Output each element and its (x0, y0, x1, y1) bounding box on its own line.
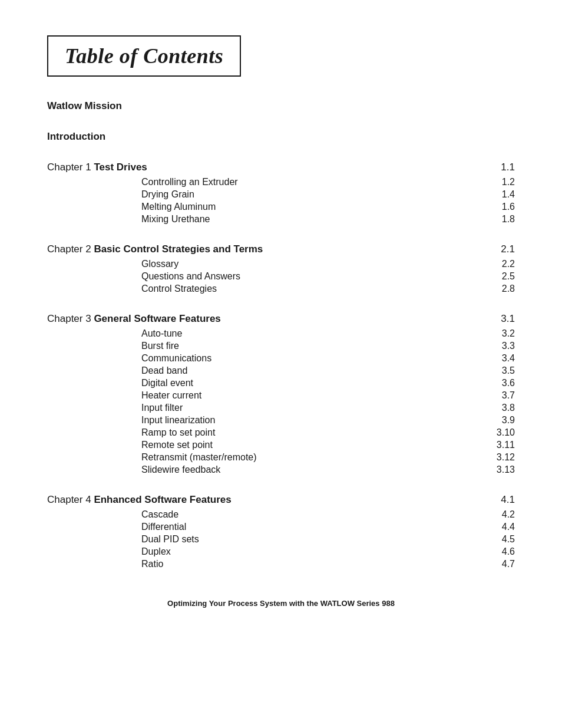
sub-item-label: Control Strategies (141, 284, 217, 294)
sub-item-page: 3.11 (491, 440, 515, 450)
sub-item-label: Glossary (141, 259, 178, 269)
sub-item-page: 3.5 (491, 365, 515, 376)
chapter-section-1: Chapter 1 Test Drives1.1Controlling an E… (47, 162, 515, 225)
list-item: Differential4.4 (141, 522, 515, 532)
chapter-page-3: 3.1 (491, 313, 515, 325)
chapter-section-4: Chapter 4 Enhanced Software Features4.1C… (47, 494, 515, 569)
chapter-section-3: Chapter 3 General Software Features3.1Au… (47, 313, 515, 475)
sub-item-page: 3.6 (491, 378, 515, 388)
chapter-word: Chapter 2 (47, 243, 94, 255)
chapter-page-2: 2.1 (491, 243, 515, 255)
sub-item-page: 4.7 (491, 559, 515, 569)
standalone-section: Watlow Mission (47, 100, 515, 112)
chapter-label-1: Chapter 1 Test Drives (47, 162, 147, 173)
chapter-page-4: 4.1 (491, 494, 515, 506)
sub-item-label: Burst fire (141, 341, 179, 351)
chapter-title: Test Drives (94, 162, 147, 173)
sub-item-label: Slidewire feedback (141, 465, 220, 475)
sub-item-page: 1.6 (491, 202, 515, 212)
list-item: Ramp to set point3.10 (141, 427, 515, 438)
list-item: Drying Grain1.4 (141, 189, 515, 200)
chapter-row-1: Chapter 1 Test Drives1.1 (47, 162, 515, 173)
sub-item-page: 4.2 (491, 509, 515, 520)
list-item: Questions and Answers2.5 (141, 271, 515, 282)
chapter-title: Enhanced Software Features (94, 494, 231, 505)
list-item: Digital event3.6 (141, 378, 515, 388)
chapter-word: Chapter 3 (47, 313, 94, 324)
sub-item-label: Controlling an Extruder (141, 177, 238, 187)
sub-item-label: Mixing Urethane (141, 214, 210, 225)
chapter-subitems-3: Auto-tune3.2Burst fire3.3Communications3… (141, 328, 515, 475)
sub-item-label: Digital event (141, 378, 193, 388)
sub-item-page: 4.6 (491, 546, 515, 557)
list-item: Burst fire3.3 (141, 341, 515, 351)
chapter-row-3: Chapter 3 General Software Features3.1 (47, 313, 515, 325)
page-title: Table of Contents (65, 44, 223, 68)
chapter-word: Chapter 4 (47, 494, 94, 505)
chapter-title: Basic Control Strategies and Terms (94, 243, 263, 255)
list-item: Cascade4.2 (141, 509, 515, 520)
sub-item-label: Questions and Answers (141, 271, 240, 282)
footer-text: Optimizing Your Process System with the … (47, 593, 515, 608)
sub-item-label: Cascade (141, 509, 178, 520)
sub-item-label: Ratio (141, 559, 163, 569)
sub-item-page: 4.5 (491, 534, 515, 545)
sub-item-label: Differential (141, 522, 186, 532)
list-item: Input linearization3.9 (141, 415, 515, 426)
list-item: Dead band3.5 (141, 365, 515, 376)
list-item: Melting Aluminum1.6 (141, 202, 515, 212)
page: Table of Contents Watlow MissionIntroduc… (0, 0, 562, 728)
sub-item-page: 4.4 (491, 522, 515, 532)
sub-item-label: Ramp to set point (141, 427, 215, 438)
sub-item-page: 3.9 (491, 415, 515, 426)
chapter-title: General Software Features (94, 313, 220, 324)
list-item: Controlling an Extruder1.2 (141, 177, 515, 187)
sub-item-label: Input filter (141, 403, 183, 413)
sub-item-label: Drying Grain (141, 189, 194, 200)
sub-item-label: Dead band (141, 365, 187, 376)
list-item: Ratio4.7 (141, 559, 515, 569)
list-item: Auto-tune3.2 (141, 328, 515, 339)
list-item: Slidewire feedback3.13 (141, 465, 515, 475)
standalone-section: Introduction (47, 131, 515, 143)
list-item: Dual PID sets4.5 (141, 534, 515, 545)
sub-item-page: 1.8 (491, 214, 515, 225)
sub-item-label: Heater current (141, 390, 201, 401)
sub-item-page: 3.4 (491, 353, 515, 364)
list-item: Glossary2.2 (141, 259, 515, 269)
list-item: Mixing Urethane1.8 (141, 214, 515, 225)
chapter-row-4: Chapter 4 Enhanced Software Features4.1 (47, 494, 515, 506)
chapter-section-2: Chapter 2 Basic Control Strategies and T… (47, 243, 515, 294)
chapter-word: Chapter 1 (47, 162, 94, 173)
list-item: Communications3.4 (141, 353, 515, 364)
chapter-row-2: Chapter 2 Basic Control Strategies and T… (47, 243, 515, 255)
sub-item-page: 3.10 (491, 427, 515, 438)
sub-item-label: Remote set point (141, 440, 213, 450)
list-item: Retransmit (master/remote)3.12 (141, 452, 515, 463)
sub-item-page: 1.4 (491, 189, 515, 200)
section-header: Watlow Mission (47, 100, 515, 112)
list-item: Control Strategies2.8 (141, 284, 515, 294)
chapter-page-1: 1.1 (491, 162, 515, 173)
chapter-label-2: Chapter 2 Basic Control Strategies and T… (47, 243, 263, 255)
chapter-subitems-2: Glossary2.2Questions and Answers2.5Contr… (141, 259, 515, 294)
chapter-label-4: Chapter 4 Enhanced Software Features (47, 494, 232, 506)
sub-item-page: 1.2 (491, 177, 515, 187)
chapter-subitems-4: Cascade4.2Differential4.4Dual PID sets4.… (141, 509, 515, 569)
sub-item-page: 3.2 (491, 328, 515, 339)
sub-item-label: Input linearization (141, 415, 215, 426)
title-box: Table of Contents (47, 35, 241, 77)
list-item: Heater current3.7 (141, 390, 515, 401)
chapter-label-3: Chapter 3 General Software Features (47, 313, 221, 325)
sub-item-page: 3.8 (491, 403, 515, 413)
sub-item-label: Duplex (141, 546, 171, 557)
sub-item-label: Auto-tune (141, 328, 182, 339)
sub-item-label: Communications (141, 353, 211, 364)
sub-item-page: 2.8 (491, 284, 515, 294)
list-item: Input filter3.8 (141, 403, 515, 413)
sub-item-label: Retransmit (master/remote) (141, 452, 257, 463)
sub-item-page: 3.3 (491, 341, 515, 351)
section-header: Introduction (47, 131, 515, 143)
sub-item-page: 3.7 (491, 390, 515, 401)
list-item: Duplex4.6 (141, 546, 515, 557)
